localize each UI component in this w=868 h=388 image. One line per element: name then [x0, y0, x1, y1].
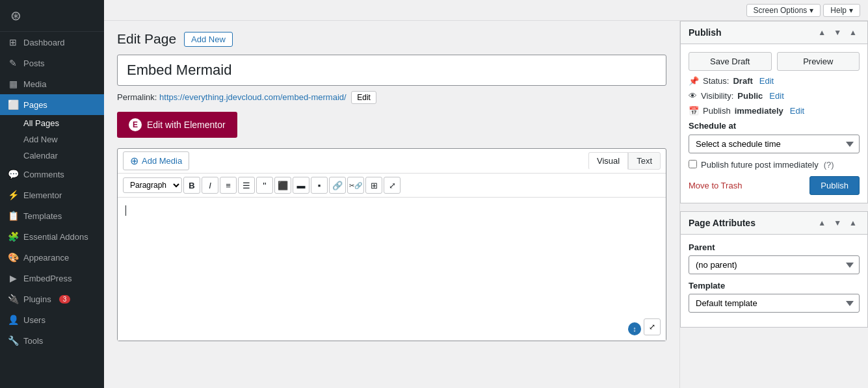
- editor-cursor: [125, 205, 126, 216]
- editor-body[interactable]: ↕ ⤢: [118, 198, 666, 341]
- unordered-list-button[interactable]: ≡: [220, 177, 237, 194]
- tools-icon: 🔧: [8, 335, 18, 346]
- blockquote-button[interactable]: ": [256, 177, 273, 194]
- topbar: Screen Options ▾ Help ▾: [104, 0, 868, 21]
- italic-button[interactable]: I: [202, 177, 218, 194]
- sidebar-item-label: Comments: [23, 170, 64, 179]
- publish-edit-link[interactable]: Edit: [790, 106, 804, 116]
- permalink-link[interactable]: https://everything.jdevcloud.com/embed-m…: [159, 92, 347, 102]
- main-area: Screen Options ▾ Help ▾ Edit Page Add Ne…: [104, 0, 868, 388]
- sidebar-item-dashboard[interactable]: ⊞ Dashboard: [0, 32, 104, 53]
- publish-button[interactable]: Publish: [809, 176, 860, 195]
- appearance-icon: 🎨: [8, 252, 18, 263]
- elementor-btn-label: Edit with Elementor: [147, 120, 226, 130]
- template-select[interactable]: Default template: [689, 294, 860, 313]
- link-button[interactable]: 🔗: [329, 177, 346, 194]
- page-attributes-box: Page Attributes ▲ ▼ ▲ Parent (no parent): [680, 211, 868, 328]
- add-media-icon: ⊕: [130, 155, 138, 167]
- page-attr-collapse-down[interactable]: ▼: [831, 217, 844, 229]
- page-title-row: Edit Page Add New: [117, 31, 666, 47]
- sidebar-item-label: Essential Addons: [23, 232, 88, 242]
- sidebar-item-plugins[interactable]: 🔌 Plugins 3: [0, 289, 104, 309]
- status-icon: 📌: [689, 76, 699, 86]
- sidebar-item-label: Tools: [23, 336, 43, 346]
- expand-editor-button[interactable]: ⤢: [644, 318, 661, 335]
- users-icon: 👤: [8, 315, 18, 325]
- sidebar-item-users[interactable]: 👤 Users: [0, 309, 104, 330]
- save-draft-button[interactable]: Save Draft: [689, 52, 772, 71]
- page-attributes-header: Page Attributes ▲ ▼ ▲: [681, 212, 867, 235]
- sidebar-item-appearance[interactable]: 🎨 Appearance: [0, 247, 104, 268]
- unlink-button[interactable]: ✂🔗: [347, 177, 364, 194]
- tab-visual[interactable]: Visual: [588, 152, 628, 170]
- sidebar-item-label: Appearance: [23, 253, 69, 263]
- table-button[interactable]: ⊞: [365, 177, 382, 194]
- parent-select[interactable]: (no parent): [689, 255, 860, 274]
- visibility-label: Visibility:: [701, 91, 733, 101]
- sidebar-item-posts[interactable]: ✎ Posts: [0, 53, 104, 73]
- publish-time-row: 📅 Publish immediately Edit: [689, 106, 860, 116]
- permalink-edit-button[interactable]: Edit: [351, 91, 376, 104]
- fullscreen-button[interactable]: ⤢: [384, 177, 401, 194]
- page-attr-toggle[interactable]: ▲: [847, 217, 860, 229]
- screen-options-button[interactable]: Screen Options ▾: [746, 4, 821, 17]
- sidebar-sub-calendar[interactable]: Calendar: [18, 148, 104, 164]
- bold-button[interactable]: B: [183, 177, 200, 194]
- sidebar-sub-add-new[interactable]: Add New: [18, 131, 104, 148]
- schedule-select[interactable]: Select a schedule time: [689, 135, 860, 153]
- align-left-button[interactable]: ⬛: [274, 177, 291, 194]
- template-label: Template: [689, 281, 860, 291]
- posts-icon: ✎: [8, 58, 18, 68]
- help-button[interactable]: Help ▾: [823, 4, 860, 17]
- move-to-trash-link[interactable]: Move to Trash: [689, 181, 809, 190]
- schedule-label: Schedule at: [689, 121, 860, 131]
- add-media-button[interactable]: ⊕ Add Media: [123, 151, 189, 170]
- page-heading: Edit Page: [117, 31, 176, 47]
- add-media-label: Add Media: [142, 156, 182, 166]
- future-post-label: Publish future post immediately: [701, 160, 819, 170]
- page-attributes-body: Parent (no parent) Template Default temp…: [681, 235, 867, 327]
- future-post-row: Publish future post immediately (?): [689, 160, 860, 170]
- sidebar-item-essential-addons[interactable]: 🧩 Essential Addons: [0, 226, 104, 247]
- add-new-button[interactable]: Add New: [184, 32, 233, 47]
- ordered-list-button[interactable]: ☰: [238, 177, 255, 194]
- sidebar-item-tools[interactable]: 🔧 Tools: [0, 330, 104, 351]
- future-post-checkbox[interactable]: [689, 160, 697, 168]
- draft-preview-row: Save Draft Preview: [689, 52, 860, 71]
- status-edit-link[interactable]: Edit: [759, 76, 774, 86]
- page-title-input[interactable]: [117, 55, 666, 86]
- page-attr-collapse-up[interactable]: ▲: [815, 217, 828, 229]
- preview-button[interactable]: Preview: [777, 52, 860, 71]
- status-row: 📌 Status: Draft Edit: [689, 76, 860, 86]
- align-center-button[interactable]: ▬: [293, 177, 309, 194]
- sidebar-sub-all-pages[interactable]: All Pages: [18, 115, 104, 131]
- visibility-value: Public: [737, 91, 763, 101]
- screen-options-label: Screen Options: [754, 6, 808, 15]
- future-post-help-icon[interactable]: (?): [824, 160, 834, 170]
- publish-panel-toggle[interactable]: ▲: [847, 27, 860, 38]
- visual-text-tabs: Visual Text: [588, 152, 661, 170]
- parent-row: Parent (no parent): [689, 242, 860, 274]
- visibility-edit-link[interactable]: Edit: [769, 91, 783, 101]
- sidebar-item-embedpress[interactable]: ▶ EmbedPress: [0, 268, 104, 289]
- format-select[interactable]: Paragraph: [123, 177, 182, 193]
- publish-box: Publish ▲ ▼ ▲ Save Draft Preview: [680, 21, 868, 203]
- sidebar-item-templates[interactable]: 📋 Templates: [0, 205, 104, 226]
- status-label: Status:: [703, 76, 729, 86]
- tab-text[interactable]: Text: [628, 152, 661, 170]
- sidebar-item-comments[interactable]: 💬 Comments: [0, 164, 104, 185]
- publish-panel-collapse-down[interactable]: ▼: [831, 27, 844, 38]
- dashboard-icon: ⊞: [8, 37, 18, 47]
- sidebar-item-elementor[interactable]: ⚡ Elementor: [0, 185, 104, 205]
- elementor-edit-button[interactable]: E Edit with Elementor: [117, 112, 237, 138]
- sidebar-item-pages[interactable]: ⬜ Pages: [0, 94, 104, 115]
- publish-panel-collapse-up[interactable]: ▲: [815, 27, 828, 38]
- plugins-badge: 3: [59, 295, 71, 304]
- align-right-button[interactable]: ▪: [311, 177, 328, 194]
- editor-tabs-row: ⊕ Add Media Visual Text: [118, 149, 666, 174]
- sidebar-item-media[interactable]: ▦ Media: [0, 73, 104, 94]
- wp-logo: ⊛: [0, 0, 104, 32]
- page-attributes-controls: ▲ ▼ ▲: [815, 217, 860, 229]
- permalink-row: Permalink: https://everything.jdevcloud.…: [117, 91, 666, 104]
- sidebar-item-label: Templates: [23, 211, 62, 221]
